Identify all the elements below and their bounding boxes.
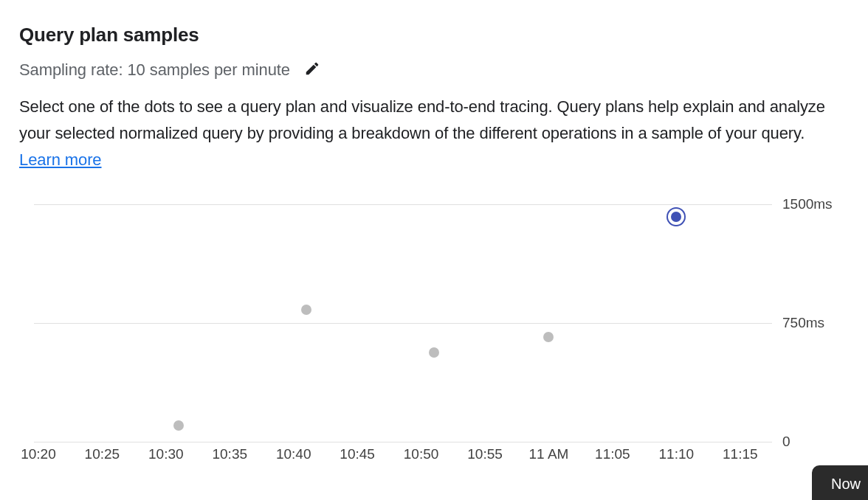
chart-sample-dot[interactable] bbox=[173, 420, 184, 431]
chart-x-tick-label: 11 AM bbox=[529, 446, 569, 462]
chart-gridline bbox=[34, 442, 772, 442]
chart-x-tick-label: 11:05 bbox=[595, 446, 630, 462]
chart-y-tick-label: 1500ms bbox=[782, 196, 833, 212]
chart-x-tick-label: 11:10 bbox=[659, 446, 695, 462]
chart-y-tick-label: 750ms bbox=[782, 315, 824, 331]
chart-sample-dot-selected[interactable] bbox=[671, 212, 681, 222]
pencil-icon bbox=[304, 60, 320, 80]
section-title: Query plan samples bbox=[19, 24, 849, 46]
now-button[interactable]: Now bbox=[812, 465, 868, 500]
description-text: Select one of the dots to see a query pl… bbox=[19, 97, 825, 142]
chart-y-axis: 1500ms750ms0 bbox=[772, 204, 849, 442]
chart-x-tick-label: 10:20 bbox=[21, 446, 56, 462]
sampling-rate-text: Sampling rate: 10 samples per minute bbox=[19, 60, 290, 80]
chart-sample-dot[interactable] bbox=[429, 347, 439, 358]
chart-sample-dot[interactable] bbox=[543, 332, 554, 342]
edit-sampling-rate-button[interactable] bbox=[302, 60, 323, 80]
chart-x-tick-label: 10:50 bbox=[404, 446, 439, 462]
learn-more-link[interactable]: Learn more bbox=[19, 150, 102, 169]
chart-x-tick-label: 10:35 bbox=[212, 446, 247, 462]
chart-x-tick-label: 10:45 bbox=[340, 446, 375, 462]
chart-x-tick-label: 10:25 bbox=[85, 446, 120, 462]
chart-x-axis: 10:2010:2510:3010:3510:4010:4510:5010:55… bbox=[19, 446, 772, 468]
chart-x-tick-label: 10:55 bbox=[467, 446, 503, 462]
chart-gridline bbox=[34, 323, 772, 324]
query-plan-samples-chart: 1500ms750ms0 bbox=[19, 204, 849, 442]
chart-plot-area[interactable] bbox=[19, 204, 772, 442]
chart-y-tick-label: 0 bbox=[782, 434, 790, 450]
chart-x-tick-label: 11:15 bbox=[723, 446, 758, 462]
section-description: Select one of the dots to see a query pl… bbox=[19, 94, 849, 173]
chart-gridline bbox=[34, 204, 772, 205]
chart-x-tick-label: 10:30 bbox=[148, 446, 184, 462]
chart-sample-dot[interactable] bbox=[301, 305, 311, 315]
chart-x-tick-label: 10:40 bbox=[276, 446, 311, 462]
sampling-rate-row: Sampling rate: 10 samples per minute bbox=[19, 60, 849, 80]
